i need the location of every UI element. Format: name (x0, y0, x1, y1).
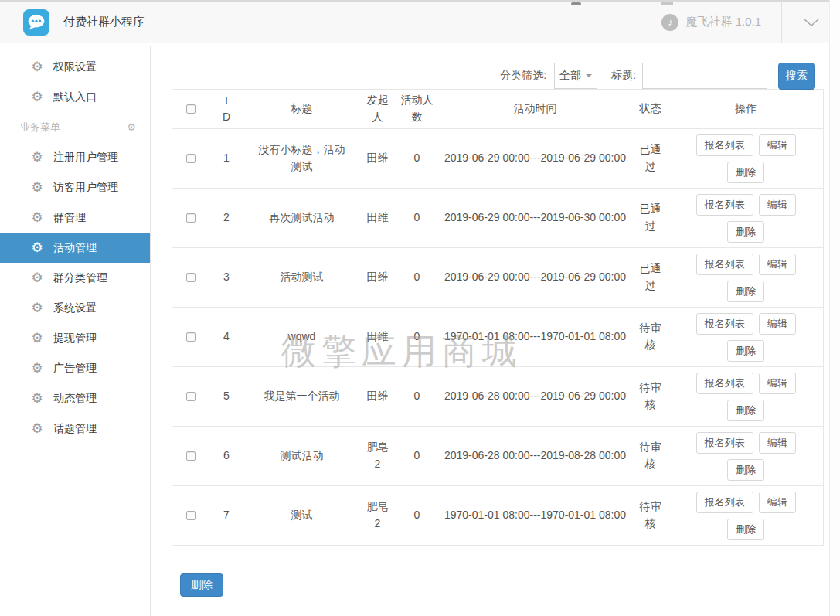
sidebar-item-feed-mgmt[interactable]: ⚙ 动态管理 (0, 383, 150, 414)
row-checkbox[interactable] (186, 213, 196, 223)
gear-icon: ⚙ (29, 270, 45, 286)
cell-status: 已通过 (632, 189, 669, 248)
sidebar-item-withdrawal-mgmt[interactable]: ⚙ 提现管理 (0, 323, 150, 353)
cell-id: 1 (209, 129, 244, 189)
row-checkbox[interactable] (186, 154, 196, 163)
title-search-input[interactable] (642, 63, 767, 89)
cell-time: 2019-06-29 00:00---2019-06-30 00:00 (439, 189, 632, 248)
delete-button[interactable]: 删除 (727, 162, 764, 183)
top-header-bar: 付费社群小程序 ♪ 魔飞社群 1.0.1 (0, 0, 840, 43)
edit-button[interactable]: 编辑 (759, 254, 796, 275)
edit-button[interactable]: 编辑 (759, 134, 796, 156)
cell-initiator: 田维 (360, 129, 396, 189)
sidebar-item-system-settings[interactable]: ⚙ 系统设置 (0, 293, 150, 323)
sidebar-item-topic-mgmt[interactable]: ⚙ 话题管理 (0, 414, 150, 444)
cell-status: 待审核 (632, 427, 669, 486)
cell-status: 待审核 (632, 367, 669, 427)
sidebar-item-default-entry[interactable]: ⚙ 默认入口 (0, 82, 150, 112)
bulk-delete-button[interactable]: 删除 (180, 573, 223, 597)
sidebar-section-business-menu: 业务菜单 ⚙ (0, 112, 150, 142)
row-checkbox[interactable] (186, 511, 196, 520)
sidebar-item-group-mgmt[interactable]: ⚙ 群管理 (0, 202, 150, 233)
main-content: 分类筛选: 全部 标题: 搜索 ID 标题 发起人 活动人数 活动时间 状态 操… (151, 46, 840, 616)
sidebar-item-label: 系统设置 (53, 301, 97, 315)
sidebar-item-ad-mgmt[interactable]: ⚙ 广告管理 (0, 353, 150, 383)
gear-icon: ⚙ (29, 59, 45, 75)
table-row: 4 wqwd 田维 0 1970-01-01 08:00---1970-01-0… (172, 308, 824, 367)
signup-list-button[interactable]: 报名列表 (696, 432, 753, 454)
cropped-ui-artifact (661, 2, 673, 5)
cell-title: 测试活动 (244, 427, 360, 486)
sidebar-item-permission-settings[interactable]: ⚙ 权限设置 (0, 52, 150, 82)
cell-participants: 0 (396, 189, 439, 248)
cell-initiator: 肥皂2 (360, 427, 396, 486)
sidebar-item-activity-mgmt[interactable]: ⚙ 活动管理 (0, 233, 150, 263)
cell-participants: 0 (396, 308, 439, 367)
row-checkbox[interactable] (186, 392, 196, 401)
row-checkbox[interactable] (186, 332, 196, 342)
table-row: 3 活动测试 田维 0 2019-06-29 00:00---2019-06-2… (172, 248, 824, 308)
activity-table: ID 标题 发起人 活动人数 活动时间 状态 操作 1 没有小标题，活动测试 田… (172, 89, 824, 546)
sidebar-item-registered-user-mgmt[interactable]: ⚙ 注册用户管理 (0, 142, 150, 172)
table-row: 5 我是第一个活动 田维 0 2019-06-28 00:00---2019-0… (172, 367, 824, 427)
scrollbar-track[interactable] (829, 0, 840, 616)
module-logo-icon: ♪ (661, 14, 678, 31)
edit-button[interactable]: 编辑 (759, 432, 796, 454)
delete-button[interactable]: 删除 (727, 519, 764, 540)
col-header-title: 标题 (244, 90, 360, 129)
search-button[interactable]: 搜索 (778, 63, 815, 90)
signup-list-button[interactable]: 报名列表 (696, 373, 753, 394)
signup-list-button[interactable]: 报名列表 (696, 254, 753, 275)
col-header-id: ID (223, 93, 230, 125)
category-filter-label: 分类筛选: (500, 69, 546, 83)
delete-button[interactable]: 删除 (727, 281, 764, 302)
cell-initiator: 田维 (360, 308, 396, 367)
sidebar-item-label: 广告管理 (53, 362, 97, 376)
filter-toolbar: 分类筛选: 全部 标题: 搜索 (151, 46, 840, 89)
edit-button[interactable]: 编辑 (759, 194, 796, 216)
section-gear-icon[interactable]: ⚙ (127, 121, 136, 133)
sidebar-item-label: 默认入口 (53, 90, 97, 104)
signup-list-button[interactable]: 报名列表 (696, 492, 753, 513)
delete-button[interactable]: 删除 (727, 400, 764, 421)
cell-initiator: 田维 (360, 248, 396, 308)
gear-icon: ⚙ (29, 149, 45, 165)
signup-list-button[interactable]: 报名列表 (696, 194, 753, 216)
signup-list-button[interactable]: 报名列表 (696, 134, 753, 156)
select-all-checkbox[interactable] (186, 104, 196, 114)
delete-button[interactable]: 删除 (727, 340, 764, 362)
sidebar-item-group-category-mgmt[interactable]: ⚙ 群分类管理 (0, 263, 150, 293)
delete-button[interactable]: 删除 (727, 221, 764, 243)
col-header-status: 状态 (632, 90, 669, 129)
table-header-row: ID 标题 发起人 活动人数 活动时间 状态 操作 (172, 90, 824, 129)
gear-icon: ⚙ (29, 89, 45, 105)
cell-participants: 0 (396, 427, 439, 486)
category-select-value: 全部 (559, 69, 581, 83)
edit-button[interactable]: 编辑 (759, 492, 796, 513)
edit-button[interactable]: 编辑 (759, 313, 796, 335)
gear-icon: ⚙ (29, 390, 45, 407)
delete-button[interactable]: 删除 (727, 459, 764, 481)
signup-list-button[interactable]: 报名列表 (696, 313, 753, 335)
panel-divider (172, 563, 823, 563)
row-checkbox[interactable] (186, 273, 196, 282)
row-checkbox[interactable] (186, 451, 196, 461)
sidebar-item-label: 提现管理 (53, 332, 97, 345)
sidebar-section-label: 业务菜单 (20, 121, 60, 134)
cell-time: 2019-06-28 00:00---2019-08-28 00:00 (439, 427, 632, 486)
edit-button[interactable]: 编辑 (759, 373, 796, 394)
category-select[interactable]: 全部 (554, 63, 597, 89)
gear-icon: ⚙ (29, 240, 45, 256)
sidebar-item-visitor-user-mgmt[interactable]: ⚙ 访客用户管理 (0, 172, 150, 202)
sidebar-item-label: 话题管理 (53, 422, 97, 436)
cell-time: 1970-01-01 08:00---1970-01-01 08:00 (439, 308, 632, 367)
table-row: 2 再次测试活动 田维 0 2019-06-29 00:00---2019-06… (172, 189, 824, 248)
table-row: 1 没有小标题，活动测试 田维 0 2019-06-29 00:00---201… (172, 129, 824, 189)
app-title: 付费社群小程序 (63, 15, 145, 29)
sidebar-item-label: 权限设置 (53, 60, 97, 74)
cell-title: 我是第一个活动 (244, 367, 360, 427)
cell-time: 2019-06-28 00:00---2019-06-29 00:00 (439, 367, 632, 427)
col-header-initiator: 发起人 (360, 90, 396, 129)
cell-time: 2019-06-29 00:00---2019-06-29 00:00 (439, 248, 632, 308)
cell-id: 4 (209, 308, 244, 367)
